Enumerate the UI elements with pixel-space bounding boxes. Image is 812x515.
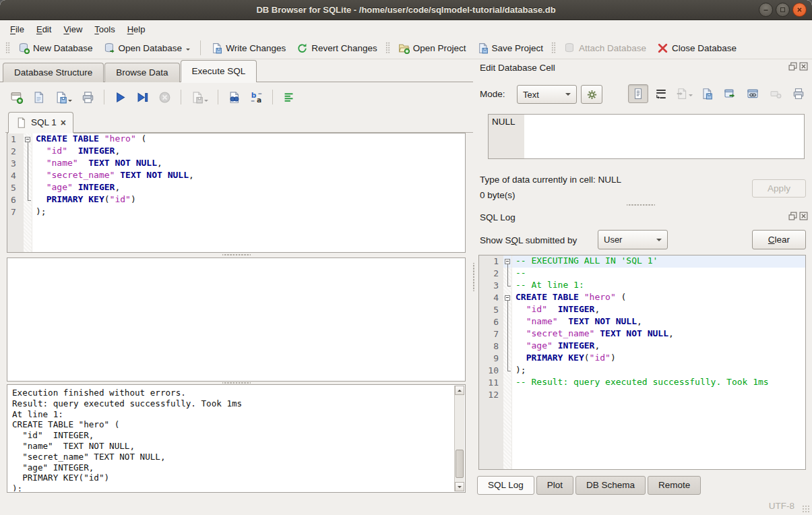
tab-execute-sql[interactable]: Execute SQL — [181, 60, 257, 82]
dock-tab-remote[interactable]: Remote — [648, 476, 701, 495]
toolbar-handle[interactable] — [385, 42, 390, 54]
code-line: -- Result: query executed successfully. … — [512, 377, 805, 389]
maximize-button[interactable] — [776, 3, 790, 17]
find-button[interactable] — [225, 89, 243, 106]
new-database-button[interactable]: New Database — [13, 40, 98, 57]
float-icon[interactable] — [788, 62, 797, 71]
scroll-down-button[interactable] — [455, 482, 464, 491]
fold-cell[interactable] — [24, 133, 32, 146]
dropdown-caret-icon[interactable] — [186, 49, 190, 53]
format-sql-button[interactable] — [280, 89, 298, 106]
copy-link-button[interactable] — [743, 84, 763, 103]
close-database-button[interactable]: Close Database — [652, 40, 742, 57]
open-database-icon — [104, 42, 115, 54]
execute-line-button[interactable] — [133, 89, 152, 106]
open-project-button[interactable]: Open Project — [393, 40, 472, 57]
print-sql-icon — [82, 91, 94, 104]
dropdown-caret-icon[interactable] — [68, 100, 72, 104]
open-database-button[interactable]: Open Database — [98, 40, 196, 57]
line-number: 6 — [11, 194, 24, 206]
clear-log-button[interactable]: Clear — [752, 230, 806, 249]
editor-results-splitter[interactable] — [222, 253, 251, 257]
close-tab-icon[interactable]: × — [61, 119, 66, 127]
tab-sql-1[interactable]: SQL 1 × — [8, 112, 73, 133]
find-replace-button[interactable]: ba — [247, 89, 266, 106]
save-project-button[interactable]: Save Project — [472, 40, 549, 57]
resize-grip[interactable] — [802, 505, 810, 513]
dropdown-caret-icon[interactable] — [204, 100, 208, 104]
scroll-up-button[interactable] — [455, 386, 464, 395]
results-grid[interactable] — [7, 258, 466, 382]
code-line: CREATE TABLE "hero" ( — [512, 292, 805, 304]
cell-editor-text-area[interactable] — [524, 115, 804, 158]
title-bar[interactable]: DB Browser for SQLite - /home/user/code/… — [0, 0, 812, 20]
menu-tools[interactable]: Tools — [88, 22, 121, 36]
menu-view[interactable]: View — [57, 22, 88, 36]
word-wrap-button[interactable] — [651, 84, 671, 103]
fold-cell[interactable] — [503, 292, 511, 304]
code-line: "age" INTEGER, — [32, 182, 465, 194]
edit-cell-dock-header: Edit Database Cell — [480, 62, 808, 73]
tab-browse-data[interactable]: Browse Data — [104, 63, 179, 82]
sql-log-dock-buttons — [786, 212, 808, 222]
apply-button: Apply — [752, 179, 806, 198]
toolbar-handle[interactable] — [5, 42, 10, 54]
print-cell-button[interactable] — [788, 84, 809, 103]
write-changes-button[interactable]: Write Changes — [206, 40, 291, 57]
auto-apply-button[interactable] — [581, 85, 602, 104]
fold-cell — [503, 353, 511, 365]
menu-help[interactable]: Help — [121, 22, 152, 36]
code-line — [512, 389, 805, 401]
dock-vertical-splitter[interactable] — [627, 204, 655, 207]
cell-editor[interactable]: NULL — [488, 114, 805, 159]
mode-label: Mode: — [480, 89, 505, 99]
line-number: 6 — [479, 316, 499, 328]
export-data-icon — [701, 88, 713, 100]
menu-edit[interactable]: Edit — [30, 22, 57, 36]
close-button[interactable] — [792, 3, 807, 17]
tab-database-structure[interactable]: Database Structure — [3, 63, 104, 82]
execution-output-pane[interactable]: Execution finished without errors.Result… — [7, 384, 466, 493]
code-line: "id" INTEGER, — [32, 146, 465, 158]
stop-execution-button — [156, 89, 174, 106]
menu-file[interactable]: File — [4, 22, 30, 36]
revert-changes-button[interactable]: Revert Changes — [291, 40, 383, 57]
format-sql-icon — [282, 91, 295, 104]
print-sql-button[interactable] — [79, 89, 97, 106]
dock-tab-sql-log[interactable]: SQL Log — [477, 476, 534, 495]
sql-log-filter-select[interactable]: User — [598, 230, 668, 249]
export-data-button[interactable] — [697, 84, 717, 103]
chevron-down-icon — [565, 93, 571, 98]
execute-all-button[interactable] — [111, 89, 129, 106]
dock-tab-db-schema[interactable]: DB Schema — [575, 476, 646, 495]
dock-splitter[interactable] — [472, 263, 476, 291]
scrollbar-thumb[interactable] — [456, 450, 464, 478]
execution-output-text[interactable]: Execution finished without errors.Result… — [8, 386, 454, 491]
close-dock-icon[interactable] — [799, 62, 808, 71]
sql-log-filter-label: Show SQL submitted by — [480, 235, 577, 245]
fold-cell — [503, 389, 511, 401]
mode-select[interactable]: Text — [517, 85, 577, 104]
sql-log-pane[interactable]: 123456789101112 -- EXECUTING ALL IN 'SQL… — [478, 255, 806, 470]
close-dock-icon[interactable] — [799, 212, 808, 220]
new-sql-tab-button[interactable] — [7, 89, 26, 106]
log-code-area[interactable]: -- EXECUTING ALL IN 'SQL 1'---- At line … — [512, 255, 805, 469]
toolbar-handle[interactable] — [551, 42, 556, 54]
execute-all-icon — [114, 91, 127, 104]
save-sql-file-button[interactable] — [52, 89, 75, 106]
open-external-button[interactable] — [720, 84, 740, 103]
sql-log-dock-header: SQL Log — [480, 212, 808, 222]
fold-cell — [503, 340, 511, 353]
log-line-numbers: 123456789101112 — [479, 255, 503, 469]
fold-cell — [503, 268, 511, 280]
scrollbar[interactable] — [454, 386, 464, 491]
minimize-button[interactable] — [759, 3, 773, 17]
editor-code-area[interactable]: CREATE TABLE "hero" ( "id" INTEGER, "nam… — [32, 133, 465, 252]
log-fold-margin — [503, 255, 512, 469]
dock-tab-plot[interactable]: Plot — [536, 476, 573, 495]
open-sql-file-button[interactable] — [30, 89, 48, 106]
fold-cell[interactable] — [503, 255, 511, 268]
text-mode-button[interactable] — [628, 84, 648, 103]
sql-editor[interactable]: 1234567 CREATE TABLE "hero" ( "id" INTEG… — [7, 133, 466, 253]
float-icon[interactable] — [788, 212, 797, 220]
